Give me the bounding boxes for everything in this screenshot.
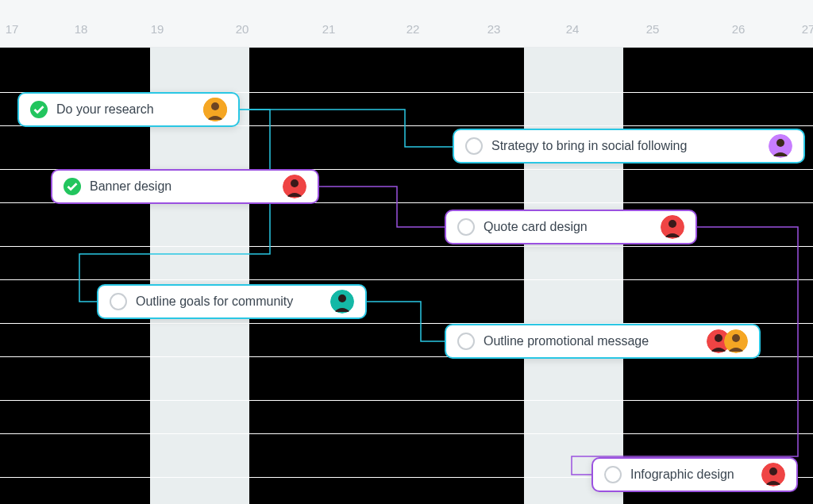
check-open-icon[interactable]: [457, 218, 475, 236]
day-label: 22: [406, 22, 420, 36]
row-divider: [0, 279, 813, 280]
svg-point-15: [769, 467, 777, 475]
day-label: 21: [322, 22, 336, 36]
avatar: [769, 134, 792, 158]
svg-point-13: [732, 334, 740, 342]
svg-point-1: [211, 102, 219, 110]
task-card-promo[interactable]: Outline promotional message: [445, 324, 761, 359]
timeline-header: 17 18 19 20 21 22 23 24 25 26 27: [0, 0, 813, 48]
svg-point-11: [715, 334, 722, 342]
avatar: [724, 329, 748, 353]
task-card-quote[interactable]: Quote card design: [445, 210, 697, 244]
check-open-icon[interactable]: [110, 293, 127, 310]
day-label: 19: [151, 22, 164, 36]
day-label: 18: [75, 22, 88, 36]
avatar: [203, 98, 227, 121]
task-card-research[interactable]: Do your research: [17, 92, 240, 127]
row-divider: [0, 246, 813, 247]
avatar: [661, 215, 684, 239]
day-label: 25: [646, 22, 660, 36]
task-card-infographic[interactable]: Infographic design: [591, 457, 798, 492]
task-card-banner[interactable]: Banner design: [51, 169, 319, 204]
day-label: 27: [802, 22, 813, 36]
svg-point-3: [776, 139, 784, 147]
avatar: [330, 290, 354, 314]
avatar: [283, 175, 306, 198]
task-title: Strategy to bring in social following: [491, 139, 760, 153]
svg-point-9: [338, 294, 346, 302]
task-title: Quote card design: [484, 220, 652, 234]
task-title: Do your research: [56, 102, 195, 117]
check-open-icon[interactable]: [465, 137, 483, 155]
avatar-group: [707, 329, 748, 353]
check-done-icon[interactable]: [30, 101, 48, 118]
row-divider: [0, 400, 813, 401]
day-label: 20: [236, 22, 249, 36]
task-title: Outline goals for community: [136, 294, 322, 309]
day-label: 24: [566, 22, 580, 36]
check-open-icon[interactable]: [604, 466, 622, 483]
task-card-goals[interactable]: Outline goals for community: [97, 284, 367, 319]
day-label: 26: [732, 22, 746, 36]
check-done-icon[interactable]: [64, 178, 81, 195]
row-divider: [0, 433, 813, 434]
day-label: 23: [487, 22, 501, 36]
task-title: Outline promotional message: [484, 334, 698, 348]
task-title: Infographic design: [630, 467, 753, 482]
avatar: [761, 463, 785, 487]
svg-point-5: [291, 179, 299, 187]
task-card-strategy[interactable]: Strategy to bring in social following: [453, 129, 805, 164]
task-title: Banner design: [90, 179, 274, 194]
svg-point-7: [669, 220, 676, 228]
day-label: 17: [6, 22, 19, 36]
check-open-icon[interactable]: [457, 333, 475, 350]
weekend-column: [524, 48, 623, 504]
